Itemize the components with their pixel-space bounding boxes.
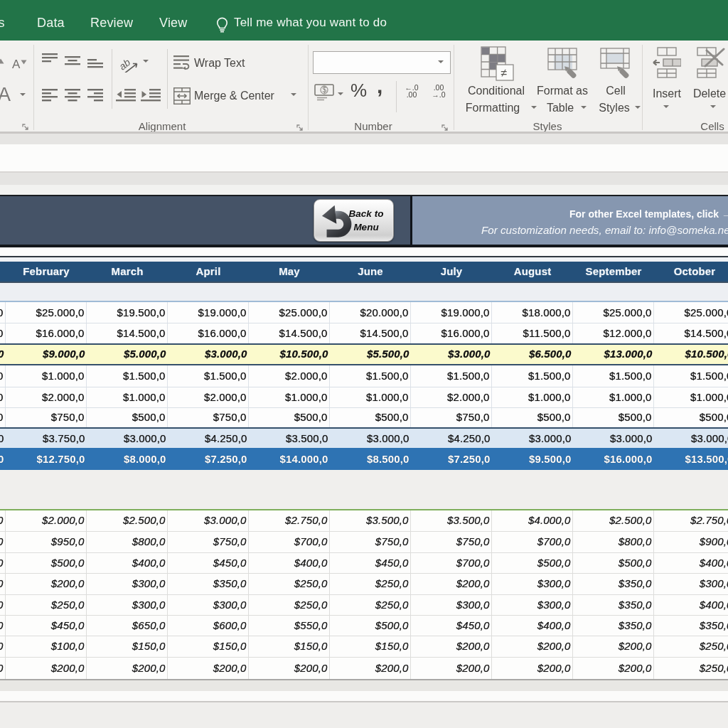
summary-cell[interactable]: $3.500,0 [249, 429, 330, 449]
summary-cell[interactable]: $1.000,0 [249, 387, 330, 407]
expense-cell[interactable]: $350,0 [573, 574, 654, 594]
summary-cell[interactable]: $750,0 [6, 408, 87, 427]
expense-cell[interactable]: $950,0 [6, 532, 87, 552]
summary-cell[interactable]: $7.250,0 [411, 448, 492, 470]
expense-cell[interactable]: $450,0 [330, 553, 411, 574]
summary-cell[interactable]: $14.500,0 [249, 323, 330, 343]
expense-cell[interactable]: $2.500,0 [573, 510, 654, 531]
expense-cell[interactable]: $500,0 [6, 553, 87, 574]
summary-cell[interactable]: $1.500,0 [411, 365, 492, 387]
expense-cell[interactable]: $150,0 [168, 636, 249, 657]
expense-cell[interactable]: $250,0 [330, 574, 411, 594]
expense-cell[interactable]: $2.500,0 [87, 510, 168, 531]
summary-cell[interactable]: $500,0 [573, 408, 654, 427]
summary-cell[interactable]: $16.000,0 [6, 323, 87, 343]
expense-cell[interactable]: $800,0 [87, 532, 168, 552]
summary-cell[interactable]: 0 [0, 345, 6, 364]
align-top-button[interactable] [42, 53, 58, 73]
month-header-cell[interactable]: July [411, 262, 492, 282]
summary-cell[interactable]: $2.000,0 [411, 387, 492, 407]
month-header-cell[interactable]: August [492, 262, 573, 282]
expense-cell[interactable]: $300,0 [654, 574, 728, 594]
expense-cell[interactable]: $200,0 [411, 636, 492, 657]
summary-cell[interactable]: $18.000,0 [492, 302, 573, 323]
summary-cell[interactable]: $3.000,0 [411, 345, 492, 364]
number-format-dropdown-icon[interactable] [438, 60, 444, 63]
summary-cell[interactable]: $500,0 [249, 408, 330, 427]
summary-cell[interactable]: 0 [0, 387, 6, 407]
font-color-button[interactable]: A [0, 84, 11, 106]
summary-cell[interactable]: $3.000,0 [87, 429, 168, 449]
expense-cell[interactable]: $3.500,0 [330, 510, 411, 531]
align-middle-button[interactable] [65, 53, 80, 73]
expense-cell[interactable]: $350,0 [573, 616, 654, 636]
summary-cell[interactable]: $6.500,0 [492, 345, 573, 364]
summary-cell[interactable]: $12.000,0 [573, 323, 654, 343]
expense-cell[interactable]: $250,0 [654, 636, 728, 657]
summary-cell[interactable]: $2.000,0 [6, 387, 87, 407]
expense-cell[interactable]: $550,0 [249, 616, 330, 636]
number-format-combobox[interactable] [313, 51, 451, 74]
summary-cell[interactable]: $750,0 [411, 408, 492, 427]
orientation-button[interactable]: ab [118, 53, 139, 75]
summary-cell[interactable]: $2.000,0 [249, 365, 330, 387]
summary-cell[interactable]: $3.000,0 [492, 429, 573, 449]
expense-cell[interactable]: $2.000,0 [6, 510, 87, 531]
summary-cell[interactable]: $7.250,0 [168, 448, 249, 470]
summary-cell[interactable]: $1.500,0 [168, 365, 249, 387]
percent-style-button[interactable]: % [350, 82, 367, 98]
summary-cell[interactable]: $3.000,0 [168, 345, 249, 364]
summary-cell[interactable]: $500,0 [87, 408, 168, 427]
formula-bar[interactable] [0, 144, 728, 171]
expense-cell[interactable]: $300,0 [492, 595, 573, 615]
expense-cell[interactable]: $200,0 [6, 658, 87, 680]
expense-cell[interactable]: $200,0 [573, 636, 654, 657]
summary-cell[interactable]: $9.000,0 [6, 345, 87, 364]
insert-dropdown-icon[interactable] [663, 105, 669, 108]
expense-cell[interactable]: $350,0 [654, 616, 728, 636]
month-header-cell[interactable]: April [168, 262, 249, 282]
alignment-dialog-launcher-icon[interactable] [296, 123, 305, 132]
expense-cell[interactable]: $900,0 [654, 532, 728, 552]
column-headers-row[interactable] [0, 173, 728, 185]
summary-cell[interactable]: $19.000,0 [411, 302, 492, 323]
month-header-cell[interactable]: February [6, 262, 87, 282]
orientation-dropdown-icon[interactable] [143, 60, 149, 63]
expense-cell[interactable]: $2.750,0 [654, 510, 728, 531]
merge-center-dropdown-icon[interactable] [291, 93, 296, 96]
accounting-format-icon[interactable]: $ [314, 84, 336, 105]
month-header-cell[interactable]: May [249, 262, 330, 282]
expense-cell[interactable]: $4.000,0 [492, 510, 573, 531]
tab-view[interactable]: View [159, 0, 188, 41]
font-color-dropdown-icon[interactable] [20, 93, 26, 96]
expense-cell[interactable]: $250,0 [654, 658, 728, 680]
decrease-decimal-button[interactable]: .00 →.0 [427, 84, 450, 98]
summary-cell[interactable]: $10.500,0 [249, 345, 330, 364]
summary-cell[interactable]: $1.500,0 [573, 365, 654, 387]
summary-cell[interactable]: $14.500,0 [87, 323, 168, 343]
expense-cell[interactable]: $750,0 [330, 532, 411, 552]
cell-styles-dropdown-icon[interactable] [635, 106, 641, 109]
name-box-row[interactable] [0, 134, 728, 144]
expense-cell[interactable]: $300,0 [492, 574, 573, 594]
expense-cell[interactable]: 0 [0, 658, 6, 680]
expense-cell[interactable]: $750,0 [168, 532, 249, 552]
expense-cell[interactable]: $150,0 [87, 636, 168, 657]
grow-font-arrow-icon[interactable] [0, 54, 4, 67]
expense-cell[interactable]: 0 [0, 616, 6, 636]
summary-cell[interactable]: $13.000,0 [573, 345, 654, 364]
expense-cell[interactable]: $200,0 [411, 574, 492, 594]
summary-cell[interactable]: $1.000,0 [6, 365, 87, 387]
number-dialog-launcher-icon[interactable] [441, 123, 450, 132]
align-left-button[interactable] [42, 88, 58, 107]
expense-cell[interactable]: $650,0 [87, 616, 168, 636]
sheet-row-above-table[interactable] [0, 247, 728, 256]
expense-cell[interactable]: $200,0 [492, 636, 573, 657]
expense-cell[interactable]: $700,0 [249, 532, 330, 552]
summary-cell[interactable]: $14.500,0 [330, 323, 411, 343]
summary-cell[interactable]: $1.500,0 [330, 365, 411, 387]
expense-cell[interactable]: 0 [0, 510, 6, 531]
summary-cell[interactable]: $2.000,0 [168, 387, 249, 407]
summary-cell[interactable]: $1.000,0 [492, 387, 573, 407]
expense-cell[interactable]: $300,0 [87, 574, 168, 594]
